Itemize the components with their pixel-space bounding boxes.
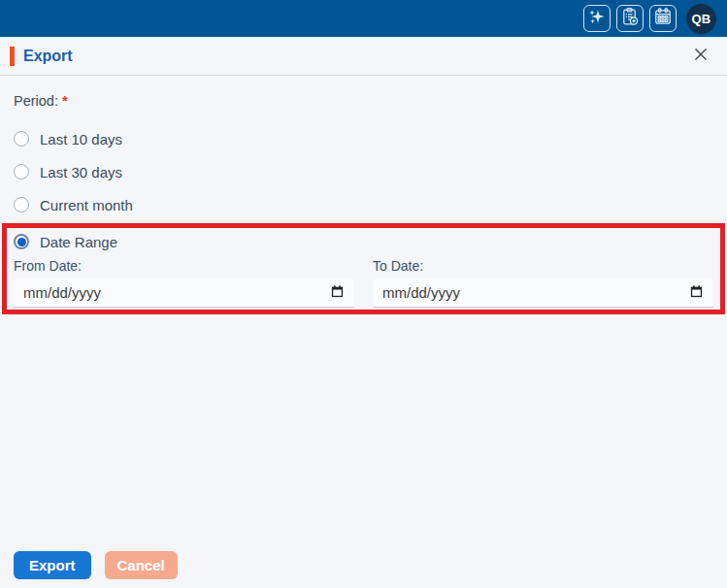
to-date-label: To Date:	[373, 258, 713, 274]
radio-option-last-30-days[interactable]: Last 30 days	[0, 155, 727, 188]
calendar-icon	[653, 7, 673, 30]
date-range-highlight-box: Date Range From Date: mm/dd/yyyy	[2, 223, 725, 314]
date-fields-row: From Date: mm/dd/yyyy	[14, 258, 713, 308]
radio-option-current-month[interactable]: Current month	[0, 188, 727, 221]
top-navigation-bar: QB	[0, 0, 727, 37]
radio-selected-icon[interactable]	[14, 234, 29, 249]
radio-label: Last 30 days	[40, 164, 122, 180]
dialog-title: Export	[23, 48, 73, 65]
radio-label: Date Range	[40, 234, 117, 250]
from-date-input[interactable]: mm/dd/yyyy	[14, 278, 354, 308]
from-date-label: From Date:	[14, 258, 354, 274]
sparkles-icon	[587, 7, 607, 30]
dialog-footer: Export Cancel	[0, 551, 727, 579]
close-button[interactable]	[690, 46, 711, 67]
clipboard-add-button[interactable]	[616, 5, 644, 32]
from-date-placeholder: mm/dd/yyyy	[23, 284, 101, 301]
dialog-header: Export	[0, 37, 727, 76]
title-accent-bar	[10, 47, 15, 66]
radio-label: Last 10 days	[40, 131, 122, 147]
export-button[interactable]: Export	[14, 551, 91, 579]
to-date-input[interactable]: mm/dd/yyyy	[373, 278, 713, 308]
ai-assistant-button[interactable]	[583, 5, 611, 32]
cancel-button[interactable]: Cancel	[105, 551, 178, 579]
calendar-button[interactable]	[649, 5, 677, 32]
radio-circle-icon[interactable]	[14, 131, 29, 147]
required-asterisk: *	[62, 93, 68, 109]
dialog-body: Period:* Last 10 days Last 30 days Curre…	[0, 76, 727, 588]
date-picker-icon[interactable]	[330, 284, 345, 302]
period-label: Period:*	[0, 93, 727, 109]
export-dialog-window: QB Export Period:* Last 10 days Last 30 …	[0, 0, 727, 588]
radio-circle-icon[interactable]	[14, 164, 29, 180]
radio-option-last-10-days[interactable]: Last 10 days	[0, 122, 727, 155]
radio-option-date-range[interactable]: Date Range	[14, 228, 713, 255]
period-label-text: Period:	[14, 93, 58, 109]
user-avatar[interactable]: QB	[686, 4, 716, 34]
close-icon	[693, 47, 709, 66]
clipboard-add-icon	[620, 7, 640, 30]
from-date-field: From Date: mm/dd/yyyy	[14, 258, 354, 308]
to-date-placeholder: mm/dd/yyyy	[382, 284, 460, 301]
to-date-field: To Date: mm/dd/yyyy	[373, 258, 713, 308]
radio-label: Current month	[40, 197, 133, 213]
date-picker-icon[interactable]	[689, 284, 704, 302]
radio-circle-icon[interactable]	[14, 197, 29, 212]
